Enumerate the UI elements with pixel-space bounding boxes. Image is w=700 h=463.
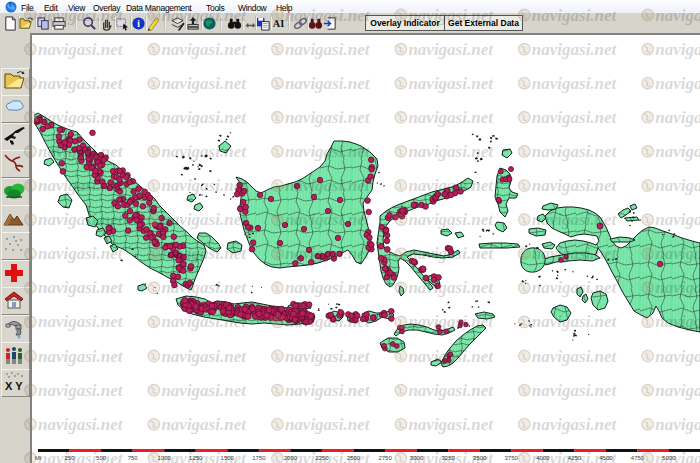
svg-text:AI: AI	[273, 18, 284, 29]
svg-text:3750: 3750	[505, 455, 519, 461]
svg-text:3250: 3250	[442, 455, 456, 461]
svg-text:2000: 2000	[284, 455, 298, 461]
svg-text:4250: 4250	[568, 455, 582, 461]
svg-text:250: 250	[64, 455, 75, 461]
svg-text:4000: 4000	[536, 455, 550, 461]
svg-text:2750: 2750	[378, 455, 392, 461]
svg-text:1750: 1750	[252, 455, 266, 461]
svg-text:Mi: Mi	[35, 455, 41, 461]
svg-text:1000: 1000	[158, 455, 172, 461]
svg-text:5000: 5000	[662, 455, 676, 461]
svg-text:i: i	[137, 19, 140, 29]
svg-text:4500: 4500	[599, 455, 613, 461]
svg-text:1250: 1250	[189, 455, 203, 461]
svg-text:750: 750	[128, 455, 139, 461]
svg-text:2500: 2500	[347, 455, 361, 461]
svg-text:4750: 4750	[631, 455, 645, 461]
svg-text:2250: 2250	[315, 455, 329, 461]
svg-text:3500: 3500	[473, 455, 487, 461]
svg-text:500: 500	[96, 455, 107, 461]
svg-text:1500: 1500	[221, 455, 235, 461]
svg-text:X Y: X Y	[5, 380, 23, 392]
svg-text:3000: 3000	[410, 455, 424, 461]
